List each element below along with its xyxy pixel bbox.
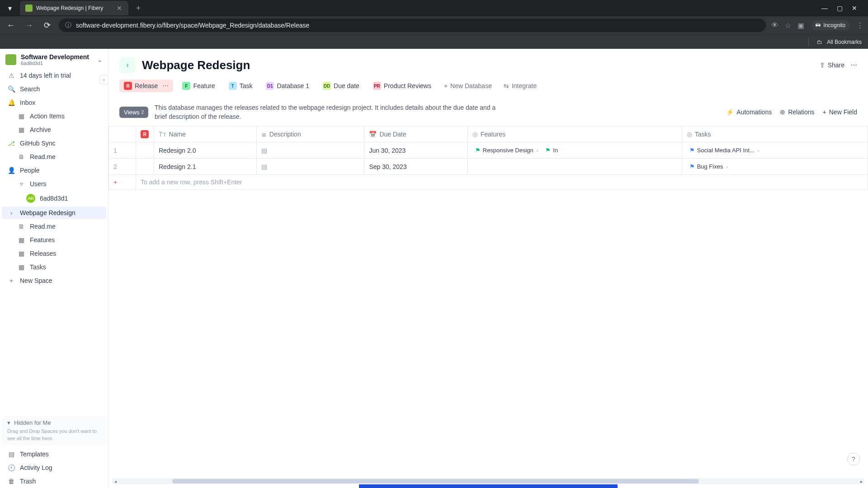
sidebar-item-readme-1[interactable]: 🗎 Read.me [2, 150, 106, 163]
tab-menu-button[interactable]: ▾ [4, 2, 16, 14]
trial-banner[interactable]: ⚠ 14 days left in trial [2, 69, 106, 82]
hidden-for-me-section[interactable]: ▾ Hidden for Me Drag and Drop Spaces you… [2, 416, 106, 446]
db-tab-more-icon[interactable]: ⋯ [162, 82, 169, 89]
cell-description[interactable]: ▤ [256, 142, 364, 159]
sidebar-item-archive[interactable]: ▦ Archive [2, 123, 106, 136]
col-tasks-header[interactable]: ◎Tasks [682, 126, 868, 142]
sidebar-item-webpage-redesign[interactable]: › Webpage Redesign [2, 206, 106, 219]
sidebar-item-users[interactable]: ▿ Users [2, 178, 106, 190]
new-database-button[interactable]: + New Database [440, 80, 495, 92]
templates-link[interactable]: ▤ Templates [2, 448, 106, 460]
sidebar-item-releases[interactable]: ▦ Releases [2, 247, 106, 260]
integrate-label: Integrate [512, 82, 537, 89]
add-row[interactable]: + To add a new row, press Shift+Enter [109, 175, 868, 190]
db-tab-database1[interactable]: D1 Database 1 [261, 80, 314, 92]
collapse-sidebar-button[interactable]: ‹ [99, 75, 108, 84]
webpage-redesign-label: Webpage Redesign [20, 209, 75, 216]
expand-space-button[interactable]: › [119, 57, 136, 73]
new-tab-button[interactable]: + [132, 2, 145, 14]
views-button[interactable]: Views 2 [119, 107, 148, 118]
duedate-badge-icon: DD [323, 82, 331, 90]
tab-title: Webpage Redesign | Fibery [36, 5, 112, 11]
share-button[interactable]: ⇪ Share [820, 61, 844, 69]
favicon-icon [25, 5, 33, 12]
add-row-hint: To add a new row, press Shift+Enter [136, 175, 868, 190]
panel-icon[interactable]: ▣ [797, 21, 804, 30]
new-space-button[interactable]: + New Space [2, 274, 106, 287]
cell-due-date[interactable]: Sep 30, 2023 [364, 159, 467, 175]
kebab-menu-icon[interactable]: ⋮ [856, 21, 863, 30]
sidebar-item-people[interactable]: 👤 People [2, 164, 106, 177]
activity-log-label: Activity Log [20, 464, 52, 471]
cell-due-date[interactable]: Jun 30, 2023 [364, 142, 467, 159]
scroll-right-icon[interactable]: ▸ [858, 478, 864, 484]
workspace-switcher[interactable]: Software Development 6ad8d3d1 ⌄ [0, 49, 108, 69]
maximize-icon[interactable]: ▢ [837, 5, 843, 12]
automations-label: Automations [736, 108, 772, 116]
cell-description[interactable]: ▤ [256, 159, 364, 175]
cell-features[interactable]: ⚑Responsive Design› ⚑In [467, 142, 682, 159]
eye-off-icon[interactable]: 👁 [771, 21, 778, 29]
task-chip[interactable]: ⚑Bug Fixes› [687, 162, 731, 171]
db-tab-product-reviews[interactable]: PR Product Reviews [368, 80, 436, 92]
more-menu-icon[interactable]: ⋯ [851, 61, 857, 69]
plus-icon: + [7, 277, 15, 284]
cell-name[interactable]: Redesign 2.1 [154, 159, 257, 175]
task-chip-label: Social Media API Int... [697, 147, 755, 154]
db-tab-release[interactable]: R Release ⋯ [119, 80, 173, 92]
col-features-header[interactable]: ◎Features [467, 126, 682, 142]
search-button[interactable]: 🔍 Search [2, 83, 106, 95]
trash-link[interactable]: 🗑 Trash [2, 475, 106, 488]
scroll-left-icon[interactable]: ◂ [112, 478, 118, 484]
back-button[interactable]: ← [5, 19, 17, 32]
col-name-header[interactable]: TᴛName [154, 126, 257, 142]
automations-button[interactable]: ⚡ Automations [726, 108, 772, 116]
sidebar-item-github-sync[interactable]: ⎇ GitHub Sync [2, 137, 106, 150]
cell-tasks[interactable]: ⚑Bug Fixes› [682, 159, 868, 175]
horizontal-scrollbar[interactable]: ◂ ▸ [112, 478, 864, 484]
new-space-label: New Space [20, 277, 52, 284]
close-window-icon[interactable]: ✕ [852, 5, 857, 12]
page-title: Webpage Redesign [142, 58, 250, 72]
feature-chip[interactable]: ⚑In [542, 146, 561, 155]
task-chip[interactable]: ⚑Social Media API Int...› [687, 146, 762, 155]
relations-button[interactable]: ⊚ Relations [780, 108, 814, 116]
help-button[interactable]: ? [847, 453, 860, 465]
sidebar-item-user[interactable]: AD 6ad8d3d1 [2, 191, 106, 206]
cell-features[interactable] [467, 159, 682, 175]
table-row[interactable]: 1 Redesign 2.0 ▤ Jun 30, 2023 ⚑Responsiv… [109, 142, 868, 159]
db-tab-feature[interactable]: F Feature [178, 80, 219, 92]
task-badge-icon: T [229, 82, 237, 90]
sidebar-item-features[interactable]: ▦ Features [2, 234, 106, 246]
browser-tab[interactable]: Webpage Redesign | Fibery ✕ [20, 1, 128, 15]
activity-log-link[interactable]: 🕘 Activity Log [2, 461, 106, 474]
site-info-icon[interactable]: ⓘ [65, 21, 71, 29]
minimize-icon[interactable]: — [821, 5, 828, 12]
forward-button[interactable]: → [23, 19, 35, 32]
col-description-header[interactable]: ≣Description [256, 126, 364, 142]
db-tab-task[interactable]: T Task [224, 80, 257, 92]
col-due-date-header[interactable]: 📅Due Date [364, 126, 467, 142]
sidebar-item-action-items[interactable]: ▦ Action Items [2, 110, 106, 122]
cell-name[interactable]: Redesign 2.0 [154, 142, 257, 159]
chevron-right-icon: › [726, 164, 728, 169]
bookmark-star-icon[interactable]: ☆ [785, 21, 791, 30]
calendar-icon: 📅 [369, 131, 377, 138]
reload-button[interactable]: ⟳ [41, 19, 53, 32]
integrate-button[interactable]: ⇆ Integrate [500, 80, 540, 92]
close-tab-icon[interactable]: ✕ [116, 5, 123, 12]
cell-tasks[interactable]: ⚑Social Media API Int...› [682, 142, 868, 159]
sidebar-item-tasks[interactable]: ▦ Tasks [2, 261, 106, 273]
sidebar-item-readme-2[interactable]: 🗎 Read.me [2, 220, 106, 233]
scroll-thumb[interactable] [172, 479, 699, 483]
inbox-link[interactable]: 🔔 Inbox [2, 96, 106, 109]
address-bar[interactable]: ⓘ software-development.fibery.io/fibery/… [59, 19, 766, 32]
table-row[interactable]: 2 Redesign 2.1 ▤ Sep 30, 2023 ⚑Bug Fixes… [109, 159, 868, 175]
db-tab-due-date[interactable]: DD Due date [318, 80, 364, 92]
feature-chip[interactable]: ⚑Responsive Design› [472, 146, 541, 155]
incognito-badge[interactable]: 🕶 Incognito [811, 20, 850, 30]
database-table: R TᴛName ≣Description 📅Due Date ◎Feature… [108, 126, 868, 190]
db-tab-task-label: Task [240, 82, 253, 89]
new-field-button[interactable]: + New Field [823, 108, 857, 116]
all-bookmarks-link[interactable]: All Bookmarks [827, 39, 862, 45]
